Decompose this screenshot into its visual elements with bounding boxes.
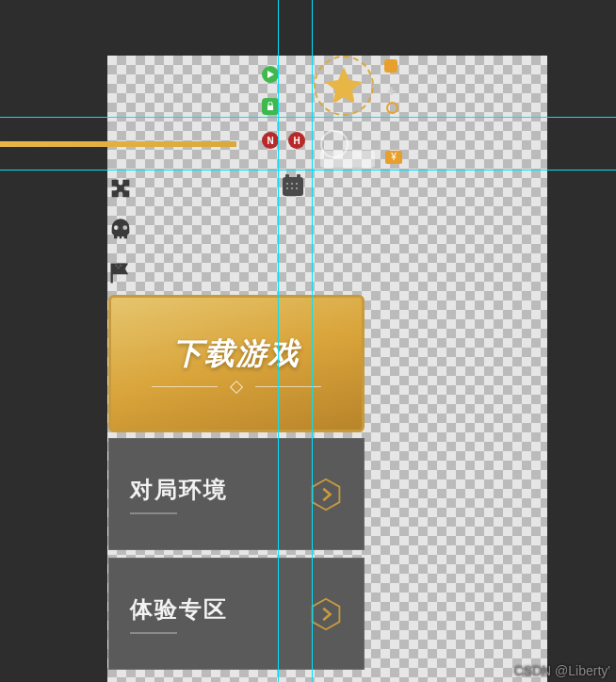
yen-badge-icon[interactable]: ¥ (385, 151, 402, 164)
clock-icon[interactable] (386, 102, 398, 114)
chevron-right-hex-icon (309, 478, 343, 512)
menu-underline (130, 512, 177, 514)
gold-emblem-icon[interactable] (314, 56, 374, 116)
svg-marker-0 (267, 71, 274, 78)
flag-icon[interactable] (107, 260, 134, 286)
puzzle-icon[interactable] (107, 175, 134, 202)
h-badge-icon[interactable]: H (288, 132, 305, 149)
menu-underline (130, 632, 177, 634)
menu-card-match-env[interactable]: 对局环境 (108, 438, 365, 550)
pin-icon[interactable] (384, 59, 397, 73)
menu-card-label: 对局环境 (130, 475, 228, 505)
svg-rect-1 (267, 106, 273, 110)
download-game-card[interactable]: 下载游戏 (108, 295, 365, 432)
chevron-right-hex-icon (309, 597, 343, 631)
svg-rect-3 (120, 265, 122, 267)
download-divider (152, 381, 321, 394)
svg-marker-6 (313, 598, 340, 628)
outline-pill-icon[interactable] (320, 151, 375, 168)
guide-horizontal-1[interactable] (0, 117, 616, 118)
svg-marker-5 (313, 479, 340, 509)
plus-icon[interactable]: + (387, 83, 396, 100)
guide-horizontal-2[interactable] (0, 170, 616, 170)
svg-rect-2 (115, 265, 117, 267)
download-game-title: 下载游戏 (172, 333, 300, 375)
gold-progress-bar (0, 141, 278, 147)
lock-icon[interactable] (262, 98, 279, 115)
menu-card-experience[interactable]: 体验专区 (108, 558, 365, 670)
skull-icon[interactable] (107, 217, 134, 243)
guide-vertical-2[interactable] (312, 0, 313, 682)
svg-rect-4 (118, 267, 120, 268)
calendar-icon[interactable] (283, 177, 303, 196)
guide-vertical-1[interactable] (278, 0, 279, 682)
watermark-text: CSDN @Liberty' (514, 663, 610, 678)
menu-card-label: 体验专区 (130, 594, 228, 625)
play-icon[interactable] (262, 66, 279, 83)
